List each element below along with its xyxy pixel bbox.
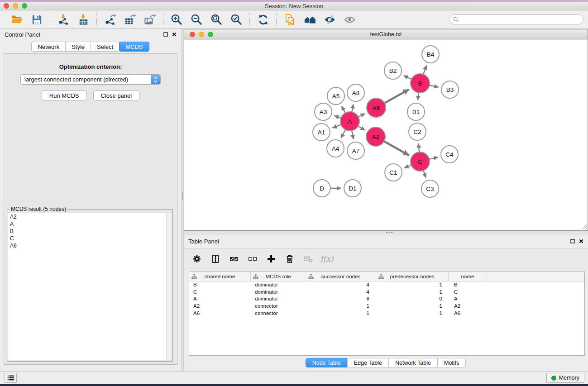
mcds-result-item[interactable]: C	[8, 235, 172, 242]
zoom-out-icon	[191, 14, 203, 26]
import-table-icon	[77, 14, 90, 26]
float-panel-icon	[570, 239, 575, 243]
mcds-result-item[interactable]: A2	[8, 213, 172, 220]
column-header-shared-name[interactable]: shared name	[189, 272, 251, 281]
table-row[interactable]: Bdominator41B	[189, 281, 584, 289]
toolbar-group	[98, 12, 162, 27]
settings-icon	[192, 254, 201, 263]
deselect-all-button[interactable]	[247, 253, 258, 265]
mcds-result-box: MCDS result (5 nodes) A2ABCA6	[7, 206, 173, 362]
run-mcds-button[interactable]: Run MCDS	[42, 91, 87, 100]
duplicate-network-button[interactable]	[282, 12, 297, 27]
attribute-tree-icon	[378, 274, 384, 279]
tab-network[interactable]: Network	[31, 42, 66, 52]
tab-edge-table[interactable]: Edge Table	[347, 358, 389, 367]
open-file-button[interactable]	[10, 12, 24, 27]
column-layout-button[interactable]	[210, 253, 221, 265]
add-column-button[interactable]	[265, 253, 277, 265]
float-table-panel-button[interactable]	[570, 239, 575, 243]
import-network-button[interactable]	[56, 12, 71, 27]
column-header-MCDS-role[interactable]: MCDS role	[251, 272, 306, 281]
toolbar-group	[5, 12, 49, 27]
delete-column-button[interactable]	[284, 253, 296, 265]
table-cell: 8	[306, 295, 376, 303]
tab-node-table[interactable]: Node Table	[306, 358, 348, 367]
node-label-A7: A7	[352, 148, 360, 154]
open-file-icon	[11, 14, 23, 26]
delete-table-button	[302, 253, 314, 265]
home-button[interactable]	[302, 12, 317, 27]
table-panel-header: Table Panel	[184, 235, 588, 247]
column-header-label: shared name	[205, 274, 235, 279]
export-network-button[interactable]	[103, 12, 117, 27]
tab-network-table[interactable]: Network Table	[388, 358, 438, 367]
import-table-button[interactable]	[76, 12, 91, 27]
hide-panel-button[interactable]	[322, 12, 337, 27]
table-cell	[487, 281, 584, 289]
select-all-button[interactable]	[228, 253, 240, 265]
table-cell: 4	[306, 281, 376, 289]
network-graph[interactable]: B4B2BB3A5A8A6A3B1AA1C2A2A4A7C4CC1C3DD1	[184, 40, 588, 230]
close-table-panel-button[interactable]	[579, 239, 583, 243]
network-canvas[interactable]: B4B2BB3A5A8A6A3B1AA1C2A2A4A7C4CC1C3DD1	[184, 40, 588, 230]
session-search[interactable]	[449, 14, 583, 24]
memory-label: Memory	[559, 375, 579, 381]
select-stepper-icon	[151, 75, 160, 84]
network-view-window: testGlobe.txt B4B2BB3A5A8A6A3B1AA1C2A2A4…	[184, 29, 588, 231]
node-label-B3: B3	[446, 86, 454, 93]
export-table-icon	[124, 14, 136, 26]
node-label-A3: A3	[320, 109, 327, 115]
criterion-select[interactable]: largest connected component (directed)	[20, 74, 161, 85]
horizontal-split-handle[interactable]	[184, 231, 588, 235]
control-panel-title: Control Panel	[5, 31, 40, 38]
search-input[interactable]	[461, 16, 580, 23]
tab-mcds[interactable]: MCDS	[119, 42, 149, 52]
scrollbar-track[interactable]	[166, 213, 172, 360]
task-history-button[interactable]	[5, 373, 17, 383]
resize-grip-icon[interactable]	[581, 224, 587, 230]
save-session-button[interactable]	[29, 12, 44, 27]
zoom-fit-button[interactable]	[209, 12, 224, 27]
show-panel-button[interactable]	[342, 12, 357, 27]
column-header-successor-nodes[interactable]: successor nodes	[306, 272, 376, 281]
network-window-title: testGlobe.txt	[184, 31, 588, 38]
table-row[interactable]: Cdominator41C	[189, 289, 584, 296]
close-panel-button[interactable]	[172, 32, 177, 37]
mcds-result-item[interactable]: B	[8, 228, 172, 235]
network-window-titlebar: testGlobe.txt	[184, 29, 588, 39]
zoom-fit-icon	[210, 14, 223, 26]
zoom-in-button[interactable]	[169, 12, 184, 27]
zoom-selected-button[interactable]	[229, 12, 244, 27]
mcds-result-item[interactable]: A	[8, 220, 172, 228]
column-header-filler	[487, 272, 584, 281]
refresh-button[interactable]	[256, 12, 270, 27]
column-header-name[interactable]: name	[449, 272, 487, 281]
function-builder-button: f(x)	[321, 253, 333, 265]
table-cell	[487, 303, 584, 310]
column-header-predecessor-nodes[interactable]: predecessor nodes	[376, 272, 449, 281]
export-image-button[interactable]	[143, 12, 157, 27]
zoom-out-button[interactable]	[189, 12, 204, 27]
tab-style[interactable]: Style	[65, 42, 91, 52]
tab-motifs[interactable]: Motifs	[437, 358, 466, 367]
table-row[interactable]: A6connector11A6	[189, 310, 584, 317]
mcds-panel: Optimization criterion: largest connecte…	[4, 53, 177, 365]
float-panel-button[interactable]	[163, 32, 168, 37]
export-table-button[interactable]	[123, 12, 137, 27]
import-network-icon	[57, 14, 70, 26]
settings-button[interactable]	[191, 253, 203, 265]
table-row[interactable]: A2connector11A2	[189, 303, 584, 310]
list-icon	[7, 374, 15, 382]
table-row[interactable]: Adominator80A	[189, 295, 584, 303]
memory-button[interactable]: Memory	[546, 373, 584, 383]
close-panel-button-mcds[interactable]: Close panel	[93, 91, 140, 100]
mcds-result-item[interactable]: A6	[8, 242, 172, 249]
tab-select[interactable]: Select	[91, 42, 120, 52]
main-toolbar	[0, 11, 588, 29]
criterion-label: Optimization criterion:	[4, 63, 177, 70]
table-cell: B	[189, 281, 251, 289]
table-panel: Table Panel f(x) shared nameMCDS rolesuc…	[184, 235, 588, 371]
toolbar-separator	[163, 13, 163, 26]
table-cell: 0	[376, 295, 449, 303]
deselect-all-icon	[248, 254, 257, 263]
